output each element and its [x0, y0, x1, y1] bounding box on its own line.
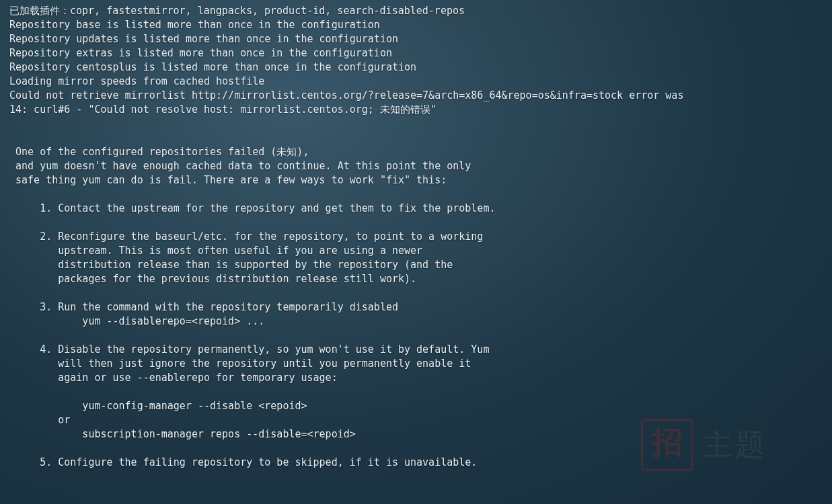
- terminal-line: [9, 216, 825, 230]
- terminal-line: One of the configured repositories faile…: [9, 145, 825, 159]
- terminal-line: Repository extras is listed more than on…: [9, 46, 825, 60]
- terminal-line: yum-config-manager --disable <repoid>: [9, 399, 825, 413]
- terminal-line: Repository centosplus is listed more tha…: [9, 60, 825, 75]
- terminal-line: 1. Contact the upstream for the reposito…: [9, 202, 825, 216]
- terminal-output: 已加载插件：copr, fastestmirror, langpacks, pr…: [0, 0, 832, 476]
- terminal-line: Could not retrieve mirrorlist http://mir…: [9, 89, 825, 103]
- terminal-line: safe thing yum can do is fail. There are…: [9, 173, 825, 187]
- terminal-line: [9, 329, 825, 343]
- terminal-line: again or use --enablerepo for temporary …: [9, 371, 825, 385]
- terminal-line: or: [9, 413, 825, 427]
- terminal-line: [9, 385, 825, 399]
- terminal-line: [9, 131, 825, 145]
- terminal-line: and yum doesn't have enough cached data …: [9, 159, 825, 173]
- terminal-line: distribution release than is supported b…: [9, 258, 825, 272]
- terminal-line: 2. Reconfigure the baseurl/etc. for the …: [9, 230, 825, 244]
- terminal-line: 14: curl#6 - "Could not resolve host: mi…: [9, 103, 825, 117]
- terminal-line: Repository base is listed more than once…: [9, 18, 825, 32]
- terminal-line: packages for the previous distribution r…: [9, 272, 825, 286]
- terminal-line: [9, 286, 825, 300]
- terminal-line: Loading mirror speeds from cached hostfi…: [9, 75, 825, 89]
- terminal-line: 3. Run the command with the repository t…: [9, 300, 825, 314]
- terminal-line: subscription-manager repos --disable=<re…: [9, 427, 825, 442]
- terminal-line: 5. Configure the failing repository to b…: [9, 456, 825, 470]
- terminal-line: upstream. This is most often useful if y…: [9, 244, 825, 258]
- terminal-line: Repository updates is listed more than o…: [9, 32, 825, 46]
- terminal-line: 4. Disable the repository permanently, s…: [9, 343, 825, 357]
- terminal-line: [9, 442, 825, 456]
- terminal-line: [9, 117, 825, 131]
- terminal-line: [9, 187, 825, 202]
- terminal-line: yum --disablerepo=<repoid> ...: [9, 314, 825, 329]
- terminal-line: 已加载插件：copr, fastestmirror, langpacks, pr…: [9, 4, 825, 18]
- terminal-line: will then just ignore the repository unt…: [9, 357, 825, 371]
